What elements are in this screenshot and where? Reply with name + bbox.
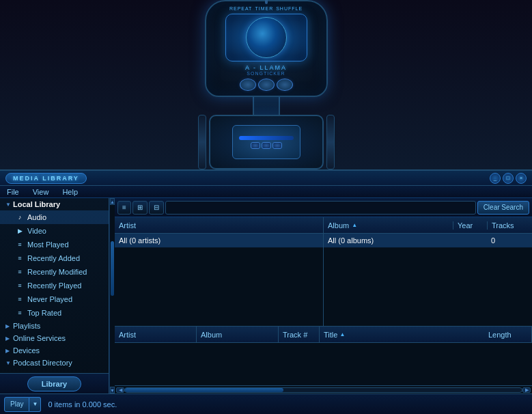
recently-modified-icon: ≡: [15, 267, 25, 277]
album-col-header[interactable]: Album ▲ Year Tracks: [324, 217, 532, 234]
sidebar-scroll-thumb[interactable]: [111, 241, 114, 296]
sidebar-recently-modified-label: Recently Modified: [27, 268, 87, 276]
robot-arms: [198, 115, 335, 169]
top-rated-icon: ≡: [15, 308, 25, 318]
never-played-icon: ≡: [15, 294, 25, 304]
h-scroll-thumb[interactable]: [125, 388, 283, 392]
sidebar-item-playlists[interactable]: ▶ Playlists: [0, 320, 109, 332]
album-tracks-value: 0: [487, 236, 528, 245]
album-row-all[interactable]: All (0 albums) 0: [324, 234, 532, 248]
tracks-sort[interactable]: Tracks: [487, 221, 528, 230]
sidebar-podcast-label: Podcast Directory: [13, 359, 72, 367]
sidebar-scrollbar[interactable]: ▲ ▼: [109, 198, 115, 394]
robot-torso: [209, 115, 324, 169]
robot-btn-1[interactable]: [240, 79, 256, 91]
sidebar-local-library-label: Local Library: [13, 200, 60, 208]
sidebar-devices-label: Devices: [13, 346, 40, 355]
track-content: [115, 343, 532, 385]
artist-sort[interactable]: Artist: [119, 221, 136, 230]
sidebar-video-label: Video: [27, 227, 46, 235]
menu-help[interactable]: Help: [59, 188, 81, 196]
track-header: Artist Album Track # Title ▲ Length: [115, 327, 532, 343]
minimize-button[interactable]: _: [490, 173, 501, 184]
sidebar-item-recently-modified[interactable]: ≡ Recently Modified: [0, 265, 109, 279]
audio-icon: ♪: [15, 212, 25, 222]
sidebar-bottom: Library: [0, 373, 109, 394]
window-buttons: _ □ ×: [490, 173, 527, 184]
recently-added-icon: ≡: [15, 253, 25, 263]
menu-file[interactable]: File: [4, 188, 22, 196]
torso-btn-3[interactable]: [272, 142, 282, 149]
volume-slider[interactable]: [239, 136, 294, 140]
scroll-right-btn[interactable]: ▶: [522, 387, 531, 393]
robot-btn-3[interactable]: [277, 79, 293, 91]
player-section: REPEAT TIMER SHUFFLE A - LLAMA SONGTICKE…: [0, 0, 532, 169]
sidebar-top-rated-label: Top Rated: [27, 309, 61, 317]
year-label: Year: [458, 221, 473, 230]
torso-btn-2[interactable]: [262, 142, 271, 149]
expand-arrow-online: ▶: [5, 335, 11, 342]
recently-played-icon: ≡: [15, 281, 25, 290]
track-title-col[interactable]: Title ▲: [320, 327, 484, 342]
library-tab[interactable]: Library: [27, 376, 81, 391]
sidebar-scroll-up[interactable]: ▲: [110, 198, 115, 205]
status-bar: Play ▼ 0 items in 0.000 sec.: [0, 394, 532, 414]
year-sort[interactable]: Year: [453, 221, 487, 230]
sidebar-item-most-played[interactable]: ≡ Most Played: [0, 238, 109, 251]
sidebar-scroll[interactable]: ▼ Local Library ♪ Audio ▶ Video ≡ Most P…: [0, 198, 109, 373]
robot-neck: [253, 97, 280, 115]
scroll-left-btn[interactable]: ◀: [116, 387, 124, 393]
sidebar-item-audio[interactable]: ♪ Audio: [0, 210, 109, 224]
sidebar-audio-label: Audio: [27, 213, 46, 221]
sidebar-item-video[interactable]: ▶ Video: [0, 224, 109, 238]
menu-view[interactable]: View: [30, 188, 52, 196]
artist-pane: Artist All (0 artists): [115, 217, 324, 326]
sidebar-scroll-down[interactable]: ▼: [110, 387, 115, 394]
title-bar: MEDIA LIBRARY _ □ ×: [0, 171, 532, 186]
track-length-col[interactable]: Length: [484, 327, 532, 342]
sidebar-recently-played-label: Recently Played: [27, 281, 82, 290]
sidebar-item-recently-added[interactable]: ≡ Recently Added: [0, 251, 109, 265]
torso-btn-1[interactable]: [251, 142, 260, 149]
view-btn-3[interactable]: ⊟: [149, 201, 164, 215]
sidebar-item-devices[interactable]: ▶ Devices: [0, 344, 109, 357]
sidebar-online-services-label: Online Services: [13, 334, 66, 342]
menu-bar: File View Help: [0, 186, 532, 198]
artist-row-all[interactable]: All (0 artists): [115, 234, 323, 248]
sidebar-item-never-played[interactable]: ≡ Never Played: [0, 292, 109, 306]
top-pane: Artist All (0 artists) Album ▲: [115, 217, 532, 327]
torso-display: [232, 125, 300, 159]
sidebar-most-played-label: Most Played: [27, 240, 69, 249]
sidebar-never-played-label: Never Played: [27, 295, 72, 303]
title-label: MEDIA LIBRARY: [5, 173, 87, 184]
view-btn-2[interactable]: ⊞: [132, 201, 148, 215]
tracks-label: Tracks: [492, 221, 514, 230]
artist-col-header[interactable]: Artist: [115, 217, 323, 234]
sidebar-item-podcast-directory[interactable]: ▼ Podcast Directory: [0, 357, 109, 369]
clear-search-button[interactable]: Clear Search: [477, 201, 529, 215]
album-year-value: [453, 236, 487, 245]
track-list: Artist Album Track # Title ▲ Length: [115, 327, 532, 394]
sidebar-item-recently-played[interactable]: ≡ Recently Played: [0, 279, 109, 292]
track-artist-col[interactable]: Artist: [115, 327, 197, 342]
h-scrollbar: ◀ ▶: [115, 385, 532, 394]
play-button[interactable]: Play: [4, 397, 29, 412]
sidebar-item-top-rated[interactable]: ≡ Top Rated: [0, 306, 109, 320]
maximize-button[interactable]: □: [503, 173, 514, 184]
close-button[interactable]: ×: [516, 173, 527, 184]
album-sort[interactable]: Album ▲: [328, 221, 453, 230]
track-album-col[interactable]: Album: [197, 327, 279, 342]
sidebar-item-local-library[interactable]: ▼ Local Library: [0, 198, 109, 210]
sidebar-playlists-label: Playlists: [13, 322, 40, 330]
robot-player: REPEAT TIMER SHUFFLE A - LLAMA SONGTICKE…: [198, 0, 335, 169]
album-list: All (0 albums) 0: [324, 234, 532, 326]
most-played-icon: ≡: [15, 240, 25, 249]
view-btn-1[interactable]: ≡: [117, 201, 131, 215]
title-sort-arrow: ▲: [339, 331, 345, 337]
robot-screen-inner: [246, 17, 287, 58]
sidebar-item-online-services[interactable]: ▶ Online Services: [0, 332, 109, 344]
play-dropdown-button[interactable]: ▼: [29, 397, 41, 412]
track-number-col[interactable]: Track #: [279, 327, 320, 342]
robot-btn-2[interactable]: [258, 79, 275, 91]
search-input[interactable]: [165, 201, 476, 215]
